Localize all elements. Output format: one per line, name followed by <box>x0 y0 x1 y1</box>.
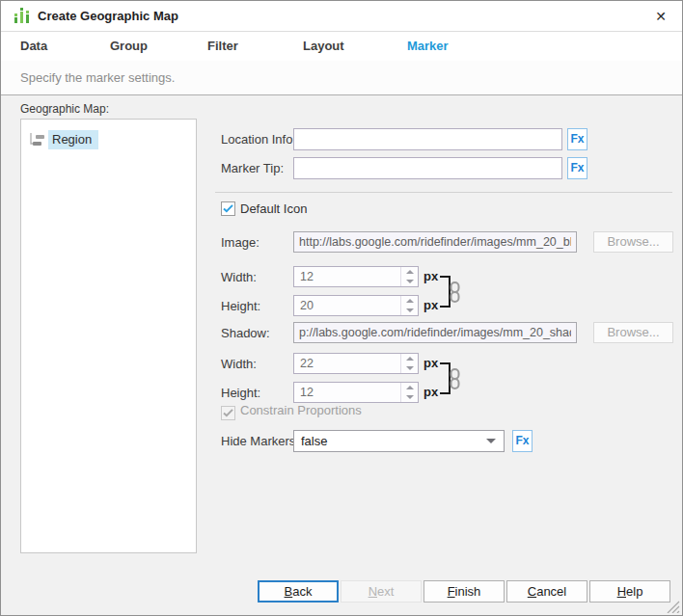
hide-markers-fx-button[interactable]: Fx <box>512 430 533 452</box>
shadow-height-unit: px <box>423 382 438 403</box>
app-logo-icon <box>14 8 31 25</box>
shadow-browse-button[interactable]: Browse... <box>593 322 673 343</box>
resize-grip[interactable] <box>666 600 680 613</box>
create-geographic-map-dialog: Create Geographic Map ✕ Data Group Filte… <box>0 0 683 616</box>
spinner-buttons <box>400 296 418 315</box>
spin-up-icon[interactable] <box>401 354 418 363</box>
check-icon <box>223 409 233 417</box>
step-description-bar: Specify the marker settings. <box>1 61 682 95</box>
shadow-height-spinner <box>293 382 419 403</box>
finish-button[interactable]: Finish <box>423 580 505 603</box>
image-browse-button[interactable]: Browse... <box>593 231 673 253</box>
constrain-proportions-label: Constrain Proportions <box>240 403 362 418</box>
step-data[interactable]: Data <box>20 32 47 61</box>
image-width-unit: px <box>423 266 438 287</box>
geographic-map-tree: Region <box>20 119 197 553</box>
wizard-steps: Data Group Filter Layout Marker <box>1 32 682 61</box>
close-icon[interactable]: ✕ <box>650 1 671 32</box>
step-layout[interactable]: Layout <box>303 32 344 61</box>
spin-down-icon[interactable] <box>401 392 418 402</box>
hide-markers-value: false <box>294 434 486 448</box>
step-group[interactable]: Group <box>110 32 148 61</box>
marker-tip-fx-button[interactable]: Fx <box>567 157 587 179</box>
hide-markers-select[interactable]: false <box>293 430 505 452</box>
tree-item-region[interactable]: Region <box>29 130 98 149</box>
spin-up-icon[interactable] <box>401 267 418 277</box>
image-width-input[interactable] <box>294 267 400 286</box>
chain-link-icon <box>448 368 462 389</box>
cancel-button[interactable]: Cancel <box>506 580 587 603</box>
spin-down-icon[interactable] <box>401 277 418 286</box>
section-divider <box>215 192 672 193</box>
check-icon <box>223 204 233 213</box>
map-node-icon <box>29 133 45 147</box>
spin-down-icon[interactable] <box>401 306 418 315</box>
shadow-width-input[interactable] <box>294 354 400 373</box>
window-title: Create Geographic Map <box>38 1 178 32</box>
spin-down-icon[interactable] <box>401 363 418 373</box>
step-filter[interactable]: Filter <box>207 32 238 61</box>
spin-up-icon[interactable] <box>401 296 418 306</box>
geographic-map-label: Geographic Map: <box>20 102 109 116</box>
next-button[interactable]: Next <box>341 580 422 603</box>
shadow-width-spinner <box>293 353 419 374</box>
location-info-fx-button[interactable]: Fx <box>567 128 587 150</box>
default-icon-label: Default Icon <box>240 201 307 217</box>
location-info-label: Location Info: <box>221 128 296 150</box>
image-height-label: Height: <box>221 295 260 317</box>
step-marker[interactable]: Marker <box>407 32 449 61</box>
image-height-unit: px <box>423 295 438 316</box>
location-info-input[interactable] <box>293 128 562 150</box>
image-height-input[interactable] <box>294 296 400 315</box>
marker-tip-label: Marker Tip: <box>221 157 284 179</box>
spinner-buttons <box>400 383 418 402</box>
spin-up-icon[interactable] <box>401 383 418 392</box>
help-button[interactable]: Help <box>589 580 670 603</box>
shadow-url-input[interactable] <box>293 322 577 343</box>
back-button[interactable]: Back <box>258 580 339 603</box>
hide-markers-label: Hide Markers: <box>221 430 299 452</box>
constrain-proportions-checkbox[interactable] <box>221 406 235 420</box>
image-label: Image: <box>221 231 260 254</box>
spinner-buttons <box>400 354 418 373</box>
chevron-down-icon <box>486 439 496 443</box>
default-icon-checkbox[interactable] <box>221 201 235 216</box>
shadow-width-unit: px <box>423 353 438 374</box>
tree-item-label: Region <box>48 130 98 149</box>
image-width-label: Width: <box>221 266 257 288</box>
step-description: Specify the marker settings. <box>20 61 175 94</box>
shadow-height-label: Height: <box>221 382 260 404</box>
image-url-input[interactable] <box>293 231 577 253</box>
shadow-label: Shadow: <box>221 322 270 344</box>
image-height-spinner <box>293 295 419 316</box>
image-width-spinner <box>293 266 419 287</box>
marker-tip-input[interactable] <box>293 157 562 179</box>
chain-link-icon <box>448 281 462 303</box>
shadow-width-label: Width: <box>221 353 257 375</box>
shadow-height-input[interactable] <box>294 383 400 402</box>
spinner-buttons <box>400 267 418 286</box>
title-bar: Create Geographic Map ✕ <box>1 1 682 32</box>
